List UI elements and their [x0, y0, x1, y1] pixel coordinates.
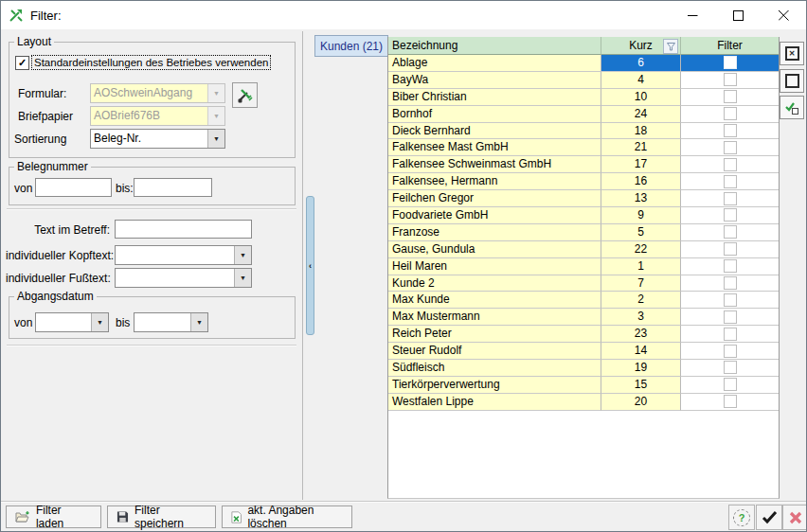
cell-filter[interactable]: [681, 394, 779, 411]
table-row[interactable]: Kunde 27: [388, 275, 779, 293]
table-row[interactable]: Falkensee, Hermann16: [388, 173, 779, 190]
uncheck-all-button[interactable]: ✕: [780, 42, 804, 65]
cell-bezeichnung[interactable]: Reich Peter: [388, 326, 601, 343]
cell-bezeichnung[interactable]: Max Kunde: [388, 292, 601, 309]
cell-kurz[interactable]: 7: [601, 275, 681, 293]
cell-kurz[interactable]: 20: [601, 394, 681, 411]
cell-bezeichnung[interactable]: Foodvariete GmbH: [388, 207, 601, 224]
cell-kurz[interactable]: 13: [601, 190, 681, 207]
cell-bezeichnung[interactable]: Falkensee Schweinmast GmbH: [388, 156, 601, 173]
datum-von-select[interactable]: ▼: [35, 312, 109, 332]
panel-splitter[interactable]: ‹: [306, 196, 314, 335]
cell-filter[interactable]: [681, 275, 779, 293]
clear-entries-button[interactable]: akt. Angaben löschen: [222, 505, 352, 528]
table-row[interactable]: Falkensee Schweinmast GmbH17: [388, 156, 779, 173]
cancel-button[interactable]: [782, 505, 807, 530]
cell-kurz[interactable]: 14: [601, 343, 681, 360]
column-header-kurz[interactable]: Kurz: [601, 37, 681, 55]
table-row[interactable]: Reich Peter23: [388, 326, 779, 343]
row-filter-checkbox[interactable]: [724, 242, 737, 256]
cell-filter[interactable]: [681, 326, 779, 343]
cell-bezeichnung[interactable]: Falkensee Mast GmbH: [388, 139, 601, 156]
filter-funnel-icon[interactable]: [663, 39, 678, 54]
belegnummer-bis-input[interactable]: [134, 178, 212, 197]
cell-kurz[interactable]: 5: [601, 224, 681, 241]
row-filter-checkbox[interactable]: [724, 225, 737, 239]
column-header-bezeichnung[interactable]: Bezeichnung: [388, 37, 601, 55]
cell-kurz[interactable]: 6: [601, 55, 681, 72]
row-filter-checkbox[interactable]: [724, 124, 737, 137]
row-filter-checkbox[interactable]: [724, 73, 737, 86]
cell-bezeichnung[interactable]: Gause, Gundula: [388, 241, 601, 258]
cell-kurz[interactable]: 18: [601, 123, 681, 140]
form-settings-button[interactable]: [232, 82, 258, 108]
cell-kurz[interactable]: 17: [601, 156, 681, 173]
cell-bezeichnung[interactable]: Biber Christian: [388, 89, 601, 106]
cell-filter[interactable]: [681, 292, 779, 309]
table-row[interactable]: Dieck Bernhard18: [388, 123, 779, 140]
cell-filter[interactable]: [681, 106, 779, 123]
ok-button[interactable]: [756, 505, 782, 530]
cell-filter[interactable]: [681, 343, 779, 360]
help-button[interactable]: ?: [728, 505, 755, 530]
table-row[interactable]: Falkensee Mast GmbH21: [388, 139, 779, 156]
row-filter-checkbox[interactable]: [724, 158, 737, 171]
tab-kunden[interactable]: Kunden (21): [314, 35, 388, 57]
table-row[interactable]: Tierkörperverwertung15: [388, 377, 779, 394]
column-header-filter[interactable]: Filter: [681, 37, 779, 55]
row-filter-checkbox[interactable]: [724, 141, 737, 154]
cell-filter[interactable]: [681, 224, 779, 241]
cell-filter[interactable]: [681, 190, 779, 207]
cell-bezeichnung[interactable]: Steuer Rudolf: [388, 343, 601, 360]
row-filter-checkbox[interactable]: [724, 345, 737, 358]
table-row[interactable]: Gause, Gundula22: [388, 241, 779, 258]
cell-kurz[interactable]: 1: [601, 258, 681, 275]
kopftext-select[interactable]: ▼: [115, 245, 252, 265]
minimize-button[interactable]: [670, 1, 715, 29]
row-filter-checkbox[interactable]: [724, 175, 737, 188]
cell-bezeichnung[interactable]: Tierkörperverwertung: [388, 377, 601, 394]
row-filter-checkbox[interactable]: [724, 56, 737, 69]
row-filter-checkbox[interactable]: [724, 208, 737, 222]
filter-save-button[interactable]: Filter speichern: [107, 505, 216, 528]
cell-bezeichnung[interactable]: Heil Maren: [388, 258, 601, 275]
cell-kurz[interactable]: 22: [601, 241, 681, 258]
table-row[interactable]: Biber Christian10: [388, 89, 779, 106]
cell-filter[interactable]: [681, 241, 779, 258]
cell-filter[interactable]: [681, 377, 779, 394]
fusstext-select[interactable]: ▼: [115, 268, 252, 288]
row-filter-checkbox[interactable]: [724, 361, 737, 374]
cell-bezeichnung[interactable]: Bornhof: [388, 106, 601, 123]
cell-filter[interactable]: [681, 258, 779, 275]
table-row[interactable]: Foodvariete GmbH9: [388, 207, 779, 224]
standard-checkbox-label[interactable]: Standardeinstellungen des Betriebes verw…: [31, 55, 271, 70]
cell-bezeichnung[interactable]: Franzose: [388, 224, 601, 241]
cell-filter[interactable]: [681, 173, 779, 190]
row-filter-checkbox[interactable]: [724, 192, 737, 205]
cell-filter[interactable]: [681, 55, 779, 72]
row-filter-checkbox[interactable]: [724, 395, 737, 408]
cell-filter[interactable]: [681, 123, 779, 140]
cell-bezeichnung[interactable]: Ablage: [388, 55, 601, 72]
cell-filter[interactable]: [681, 207, 779, 224]
cell-kurz[interactable]: 2: [601, 292, 681, 309]
cell-kurz[interactable]: 24: [601, 106, 681, 123]
table-row[interactable]: Max Mustermann3: [388, 309, 779, 326]
belegnummer-von-input[interactable]: [35, 178, 112, 197]
cell-filter[interactable]: [681, 72, 779, 89]
table-row[interactable]: BayWa4: [388, 72, 779, 89]
table-row[interactable]: Feilchen Gregor13: [388, 190, 779, 207]
clear-selection-button[interactable]: [780, 69, 804, 93]
row-filter-checkbox[interactable]: [724, 107, 737, 120]
table-row[interactable]: Ablage6: [388, 55, 779, 72]
cell-kurz[interactable]: 4: [601, 72, 681, 89]
row-filter-checkbox[interactable]: [724, 378, 737, 391]
row-filter-checkbox[interactable]: [724, 310, 737, 324]
cell-bezeichnung[interactable]: Kunde 2: [388, 275, 601, 293]
datum-bis-select[interactable]: ▼: [134, 312, 208, 332]
table-row[interactable]: Südfleisch19: [388, 360, 779, 377]
cell-kurz[interactable]: 16: [601, 173, 681, 190]
filter-load-button[interactable]: Filter laden: [6, 505, 101, 528]
row-filter-checkbox[interactable]: [724, 293, 737, 307]
cell-filter[interactable]: [681, 139, 779, 156]
